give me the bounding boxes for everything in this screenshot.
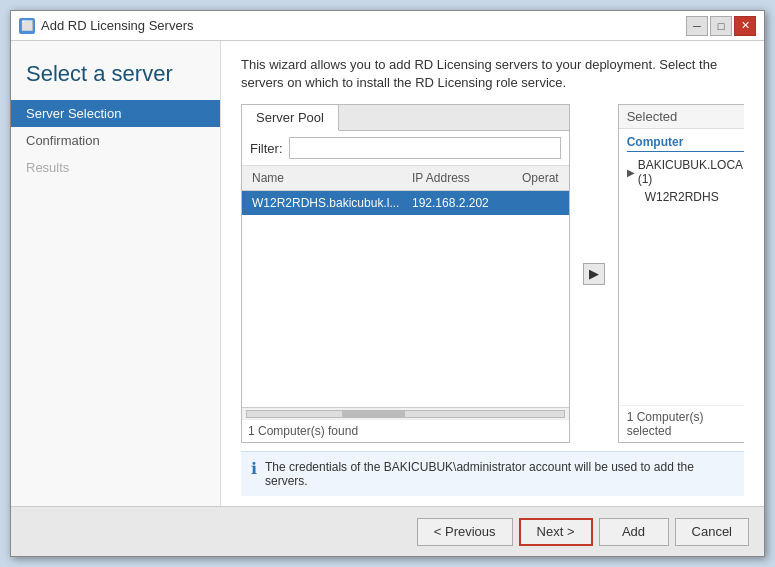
cell-ip: 192.168.2.202 [408,195,518,211]
info-icon: ℹ [251,459,257,478]
add-button[interactable]: Add [599,518,669,546]
table-row[interactable]: W12R2RDHS.bakicubuk.l... 192.168.2.202 [242,191,569,215]
info-bar: ℹ The credentials of the BAKICUBUK\admin… [241,451,744,496]
horizontal-scrollbar[interactable] [242,407,569,419]
sidebar-item-confirmation[interactable]: Confirmation [11,127,220,154]
selected-panel-body: Computer ▶ BAKICUBUK.LOCAL (1) W12R2RDHS [619,129,744,405]
cell-name: W12R2RDHS.bakicubuk.l... [248,195,408,211]
add-server-button[interactable]: ▶ [583,263,605,285]
close-button[interactable]: ✕ [734,16,756,36]
info-text: The credentials of the BAKICUBUK\adminis… [265,460,734,488]
footer: < Previous Next > Add Cancel [11,506,764,556]
right-panel: Selected Computer ▶ BAKICUBUK.LOCAL (1) … [618,104,744,443]
sidebar: Select a server Server Selection Confirm… [11,41,221,506]
sidebar-item-server-selection[interactable]: Server Selection [11,100,220,127]
window-body: Select a server Server Selection Confirm… [11,41,764,506]
table-body: W12R2RDHS.bakicubuk.l... 192.168.2.202 [242,191,569,407]
computer-label: Computer [627,135,744,152]
minimize-button[interactable]: ─ [686,16,708,36]
sidebar-header: Select a server [11,51,220,95]
tree-node-label: BAKICUBUK.LOCAL (1) [638,158,744,186]
window-icon: ⬜ [19,18,35,34]
filter-input[interactable] [289,137,561,159]
scrollbar-thumb [342,411,405,417]
tree-child-item: W12R2RDHS [627,188,744,206]
arrow-column: ▶ [580,104,608,443]
description-text: This wizard allows you to add RD Licensi… [241,56,744,92]
main-window: ⬜ Add RD Licensing Servers ─ □ ✕ Select … [10,10,765,557]
window-title: Add RD Licensing Servers [41,18,193,33]
maximize-button[interactable]: □ [710,16,732,36]
table-header: Name IP Address Operat [242,166,569,191]
selected-panel-header: Selected [619,105,744,129]
sidebar-items: Server Selection Confirmation Results [11,100,220,181]
col-header-os: Operat [518,169,563,187]
tree-node: ▶ BAKICUBUK.LOCAL (1) [627,156,744,188]
computers-selected: 1 Computer(s) selected [619,405,744,442]
cell-os [518,202,563,204]
main-content: This wizard allows you to add RD Licensi… [221,41,764,506]
filter-row: Filter: [242,131,569,166]
title-bar: ⬜ Add RD Licensing Servers ─ □ ✕ [11,11,764,41]
panels-row: Server Pool Filter: Name IP Address Oper… [241,104,744,443]
next-button[interactable]: Next > [519,518,593,546]
tab-server-pool[interactable]: Server Pool [242,105,339,131]
computers-found: 1 Computer(s) found [242,419,569,442]
cancel-button[interactable]: Cancel [675,518,749,546]
tree-arrow-icon: ▶ [627,167,635,178]
sidebar-item-results: Results [11,154,220,181]
title-bar-controls: ─ □ ✕ [686,16,756,36]
tab-bar: Server Pool [242,105,569,131]
left-panel: Server Pool Filter: Name IP Address Oper… [241,104,570,443]
previous-button[interactable]: < Previous [417,518,513,546]
col-header-ip: IP Address [408,169,518,187]
scrollbar-track[interactable] [246,410,565,418]
filter-label: Filter: [250,141,283,156]
title-bar-left: ⬜ Add RD Licensing Servers [19,18,193,34]
col-header-name: Name [248,169,408,187]
